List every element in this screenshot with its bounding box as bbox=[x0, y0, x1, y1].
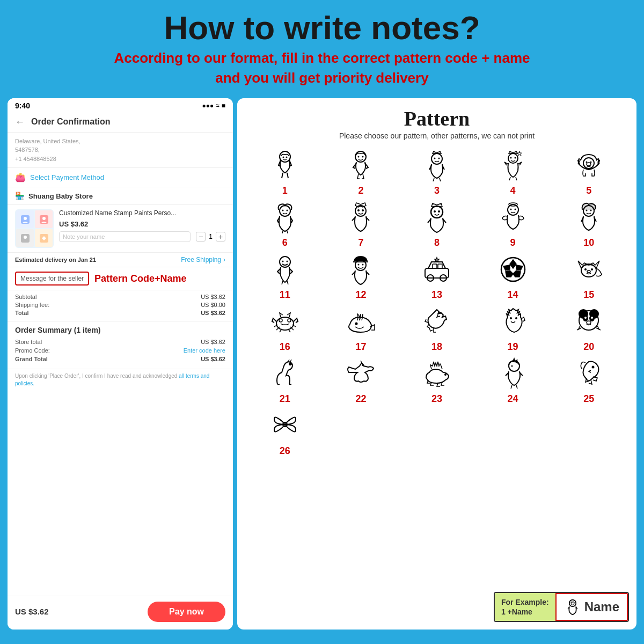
svg-rect-48 bbox=[433, 264, 437, 268]
pattern-icon-19 bbox=[489, 303, 537, 340]
pattern-icon-11 bbox=[261, 251, 309, 288]
svg-marker-52 bbox=[516, 265, 523, 270]
pattern-item-20: 20 bbox=[551, 303, 627, 353]
svg-point-14 bbox=[434, 157, 435, 159]
grand-total-value: US $3.62 bbox=[201, 356, 225, 362]
svg-point-72 bbox=[584, 317, 587, 319]
svg-point-18 bbox=[514, 157, 516, 158]
pattern-num-22: 22 bbox=[355, 393, 366, 405]
product-thumb-4 bbox=[35, 229, 53, 247]
svg-point-27 bbox=[357, 209, 360, 211]
svg-marker-51 bbox=[510, 260, 516, 268]
delivery-label: Estimated delivery on bbox=[15, 257, 76, 263]
svg-point-20 bbox=[586, 161, 588, 163]
pattern-item-4: 4 bbox=[475, 147, 551, 196]
note-input[interactable]: Note your name bbox=[59, 231, 191, 242]
message-section[interactable]: Message for the seller Pattern Code+Name bbox=[8, 267, 233, 290]
pattern-title: Pattern bbox=[244, 107, 630, 130]
store-total-label: Store total bbox=[15, 339, 42, 345]
svg-point-76 bbox=[362, 364, 364, 366]
example-box: For Example:1 +Name Name bbox=[494, 592, 629, 622]
header: How to write notes? According to our for… bbox=[0, 0, 644, 92]
order-summary: Order Summary (1 item) Store total US $3… bbox=[8, 321, 233, 369]
svg-point-83 bbox=[570, 603, 572, 604]
address-line1: Delaware, United States, bbox=[15, 137, 225, 146]
pattern-num-7: 7 bbox=[358, 237, 363, 248]
qty-minus[interactable]: − bbox=[196, 232, 206, 241]
svg-point-37 bbox=[586, 209, 588, 211]
svg-point-23 bbox=[280, 206, 290, 216]
pattern-item-24: 24 bbox=[475, 355, 551, 405]
pattern-item-21: 21 bbox=[247, 355, 323, 405]
pattern-item-14: 14 bbox=[475, 251, 551, 301]
pattern-icon-15 bbox=[565, 251, 613, 288]
store-name: Shuang Baby Store bbox=[28, 192, 93, 200]
subtotal-value: US $3.62 bbox=[201, 294, 225, 300]
svg-point-26 bbox=[355, 206, 366, 216]
svg-point-41 bbox=[286, 260, 288, 262]
pattern-icon-1 bbox=[261, 147, 309, 184]
message-for-seller-box[interactable]: Message for the seller bbox=[15, 272, 89, 286]
example-icon bbox=[564, 598, 581, 616]
pattern-num-9: 9 bbox=[510, 237, 516, 248]
pattern-icon-17 bbox=[336, 303, 385, 340]
pattern-item-22: 22 bbox=[323, 355, 399, 405]
status-bar: 9:40 ●●● ≈ ■ bbox=[8, 98, 233, 113]
pattern-num-24: 24 bbox=[508, 393, 518, 405]
svg-marker-54 bbox=[513, 270, 521, 277]
battery-icon: ■ bbox=[222, 102, 225, 109]
pattern-num-16: 16 bbox=[280, 341, 290, 353]
signal-icon: ●●● bbox=[202, 102, 214, 109]
svg-point-21 bbox=[590, 161, 592, 163]
svg-point-16 bbox=[508, 153, 518, 163]
pattern-num-18: 18 bbox=[431, 341, 442, 353]
pattern-num-12: 12 bbox=[355, 289, 366, 301]
svg-point-62 bbox=[288, 319, 291, 322]
shipping-value: US $0.00 bbox=[201, 302, 225, 308]
pay-total: US $3.62 bbox=[15, 607, 49, 616]
svg-point-75 bbox=[289, 362, 292, 365]
svg-rect-49 bbox=[438, 264, 442, 268]
product-thumb-1 bbox=[16, 210, 34, 228]
pattern-item-9: 9 bbox=[475, 199, 551, 248]
svg-point-58 bbox=[591, 268, 593, 270]
pattern-item-10: 10 bbox=[551, 199, 627, 248]
pattern-num-5: 5 bbox=[586, 185, 591, 196]
svg-point-84 bbox=[573, 603, 574, 604]
pattern-item-13: 13 bbox=[399, 251, 475, 301]
product-thumb-3 bbox=[16, 229, 34, 247]
pattern-num-10: 10 bbox=[583, 237, 594, 248]
order-header: ← Order Confirmation bbox=[8, 113, 233, 133]
product-name: Customized Name Stamp Paints Perso... bbox=[59, 209, 225, 218]
terms-link[interactable]: all terms and policies. bbox=[15, 373, 209, 386]
main-content: 9:40 ●●● ≈ ■ ← Order Confirmation Delawa… bbox=[8, 98, 636, 630]
svg-point-7 bbox=[280, 151, 290, 162]
grand-total-label: Grand Total bbox=[15, 356, 48, 362]
svg-point-57 bbox=[584, 268, 587, 270]
pattern-num-11: 11 bbox=[280, 289, 290, 301]
pattern-icon-23 bbox=[413, 355, 461, 392]
pay-now-button[interactable]: Pay now bbox=[148, 602, 225, 622]
address-line3: +1 4548848528 bbox=[15, 155, 225, 164]
back-button[interactable]: ← bbox=[15, 116, 25, 128]
svg-point-63 bbox=[355, 322, 358, 325]
right-panel: Pattern Please choose our pattern, other… bbox=[237, 98, 636, 630]
pattern-icon-10 bbox=[565, 199, 613, 236]
svg-point-28 bbox=[362, 209, 364, 211]
store-total-value: US $3.62 bbox=[201, 339, 225, 345]
pattern-item-6: 6 bbox=[247, 199, 323, 248]
shipping-label: Shipping fee: bbox=[15, 302, 49, 308]
quantity-row: Note your name − 1 + bbox=[59, 231, 225, 242]
pattern-num-17: 17 bbox=[355, 341, 366, 353]
payment-section[interactable]: 👛 Select Payment Method bbox=[8, 168, 233, 187]
svg-point-8 bbox=[282, 156, 284, 158]
pattern-item-1: 1 bbox=[247, 147, 323, 196]
product-section: Customized Name Stamp Paints Perso... US… bbox=[8, 205, 233, 253]
pattern-icon-24 bbox=[489, 355, 537, 392]
store-icon: 🏪 bbox=[15, 192, 24, 200]
promo-value[interactable]: Enter code here bbox=[184, 347, 225, 354]
example-name-text: Name bbox=[584, 599, 619, 614]
svg-point-74 bbox=[587, 321, 591, 324]
pattern-item-8: 8 bbox=[399, 199, 475, 248]
qty-plus[interactable]: + bbox=[216, 232, 225, 241]
